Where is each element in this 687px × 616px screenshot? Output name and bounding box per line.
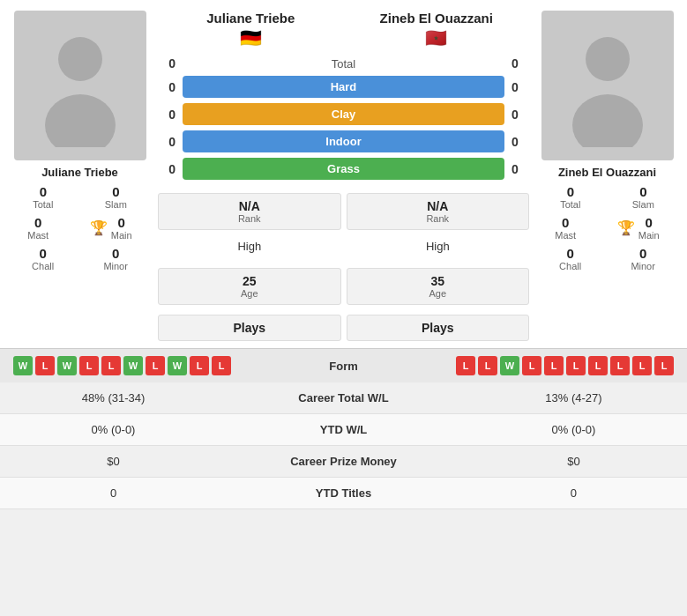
player1-chall-stat: 0 Chall xyxy=(32,246,54,271)
p2-form-badge-l: L xyxy=(610,356,630,375)
player1-main-label: Main xyxy=(111,230,132,241)
player1-age-box: 25 Age xyxy=(158,268,341,305)
p1-form-badge-w: W xyxy=(13,356,33,375)
p2-hard-score: 0 xyxy=(512,80,529,94)
p1-clay-score: 0 xyxy=(158,108,175,122)
player2-chall-stat: 0 Chall xyxy=(559,246,581,271)
stat-p1-val-3: 0 xyxy=(0,478,227,509)
stats-row-1: 0% (0-0) YTD W/L 0% (0-0) xyxy=(0,414,687,446)
courts-section: 0 Total 0 0 Hard 0 0 Clay 0 0 xyxy=(158,56,529,180)
stat-p2-val-3: 0 xyxy=(460,478,687,509)
p1-form-badge-l: L xyxy=(101,356,121,375)
player2-stats-row3: 0 Chall 0 Minor xyxy=(534,246,680,271)
stat-label-2: Career Prize Money xyxy=(227,446,460,478)
p1-form-badge-w: W xyxy=(57,356,77,375)
player1-slam-stat: 0 Slam xyxy=(105,184,127,210)
p2-form-badge-l: L xyxy=(456,356,475,375)
player2-slam-value: 0 xyxy=(639,184,646,199)
player2-plays-box: Plays xyxy=(347,315,530,341)
hard-button[interactable]: Hard xyxy=(183,76,504,98)
p2-grass-score: 0 xyxy=(512,162,529,176)
player2-minor-value: 0 xyxy=(639,246,646,261)
svg-point-1 xyxy=(45,94,116,147)
player1-trophy-icon: 🏆 xyxy=(90,219,108,236)
player2-minor-stat: 0 Minor xyxy=(631,246,655,271)
player2-main-value: 0 xyxy=(646,215,653,230)
p2-form-badge-l: L xyxy=(588,356,608,375)
form-label: Form xyxy=(238,360,449,373)
player1-chall-value: 0 xyxy=(39,246,46,261)
age-row: 25 Age 35 Age xyxy=(158,263,529,305)
players-comparison: Juliane Triebe 0 Total 0 Slam 0 Mast xyxy=(0,0,687,348)
player1-trophy-area: 🏆 0 Main xyxy=(90,215,132,241)
svg-point-3 xyxy=(572,94,643,147)
player1-main-value: 0 xyxy=(118,215,125,230)
stat-label-3: YTD Titles xyxy=(227,478,460,509)
player1-rank-value: N/A xyxy=(169,199,330,213)
p1-form-badge-l: L xyxy=(35,356,55,375)
player1-form-badges: WLWLLWLWLL xyxy=(13,356,231,375)
stat-p2-val-1: 0% (0-0) xyxy=(460,414,687,446)
player1-header: Juliane Triebe 🇩🇪 xyxy=(158,11,344,48)
p1-total-score: 0 xyxy=(158,56,175,71)
player1-stats-row3: 0 Chall 0 Minor xyxy=(7,246,153,271)
player1-total-label: Total xyxy=(33,199,53,210)
p2-form-badge-w: W xyxy=(500,356,519,375)
player2-mast-label: Mast xyxy=(555,230,576,241)
player2-name: Zineb El Ouazzani xyxy=(558,166,656,179)
player2-avatar xyxy=(541,11,674,160)
player2-column: Zineb El Ouazzani 0 Total 0 Slam 0 Mast xyxy=(534,11,680,341)
stat-label-1: YTD W/L xyxy=(227,414,460,446)
stats-row-0: 48% (31-34) Career Total W/L 13% (4-27) xyxy=(0,382,687,414)
player2-stats-row1: 0 Total 0 Slam xyxy=(534,184,680,210)
player1-plays-value: Plays xyxy=(169,321,330,335)
player1-age-value: 25 xyxy=(169,274,330,288)
player2-flag: 🇲🇦 xyxy=(344,27,530,48)
p1-form-badge-w: W xyxy=(168,356,187,375)
total-label: Total xyxy=(183,57,504,71)
hard-row: 0 Hard 0 xyxy=(158,76,529,98)
player2-minor-label: Minor xyxy=(631,261,655,271)
p2-form-badge-l: L xyxy=(566,356,586,375)
form-section: WLWLLWLWLL Form LLWLLLLLLL xyxy=(0,348,687,382)
stats-row-3: 0 YTD Titles 0 xyxy=(0,478,687,509)
p1-form-badge-l: L xyxy=(212,356,231,375)
player2-main-label: Main xyxy=(638,230,660,241)
clay-button[interactable]: Clay xyxy=(183,103,504,125)
p1-form-badge-l: L xyxy=(146,356,165,375)
player1-name-center: Juliane Triebe xyxy=(158,11,344,26)
center-column: Juliane Triebe 🇩🇪 Zineb El Ouazzani 🇲🇦 0… xyxy=(158,11,529,341)
player2-chall-value: 0 xyxy=(566,246,573,261)
info-boxes-row: N/A Rank N/A Rank xyxy=(158,188,529,230)
player1-slam-value: 0 xyxy=(112,184,119,199)
p2-indoor-score: 0 xyxy=(512,135,529,149)
clay-row: 0 Clay 0 xyxy=(158,103,529,125)
player2-header: Zineb El Ouazzani 🇲🇦 xyxy=(344,11,530,48)
player2-age-box: 35 Age xyxy=(347,268,530,305)
player2-slam-stat: 0 Slam xyxy=(632,184,654,210)
indoor-button[interactable]: Indoor xyxy=(183,130,504,152)
p1-indoor-score: 0 xyxy=(158,135,175,149)
player1-avatar xyxy=(14,11,146,160)
player2-form-badges: LLWLLLLLLL xyxy=(456,356,674,375)
stat-p1-val-2: $0 xyxy=(0,446,227,478)
player2-age-value: 35 xyxy=(358,274,519,288)
player1-high: High xyxy=(158,234,341,258)
p2-total-score: 0 xyxy=(512,56,529,71)
stat-p2-val-2: $0 xyxy=(460,446,687,478)
player1-mast-stat: 0 Mast xyxy=(27,215,49,241)
player2-rank-box: N/A Rank xyxy=(347,193,530,230)
p1-grass-score: 0 xyxy=(158,162,175,176)
player1-mast-label: Mast xyxy=(27,230,49,241)
grass-button[interactable]: Grass xyxy=(183,158,504,180)
player1-stats-row2: 0 Mast 🏆 0 Main xyxy=(7,215,153,241)
p1-form-badge-l: L xyxy=(79,356,99,375)
p2-form-badge-l: L xyxy=(544,356,564,375)
player2-high: High xyxy=(347,234,530,258)
player2-trophy-area: 🏆 0 Main xyxy=(617,215,660,241)
player1-total-stat: 0 Total xyxy=(33,184,53,210)
player2-total-label: Total xyxy=(560,199,580,210)
stat-p2-val-0: 13% (4-27) xyxy=(460,382,687,414)
player2-chall-label: Chall xyxy=(559,261,581,271)
player1-minor-stat: 0 Minor xyxy=(103,246,128,271)
